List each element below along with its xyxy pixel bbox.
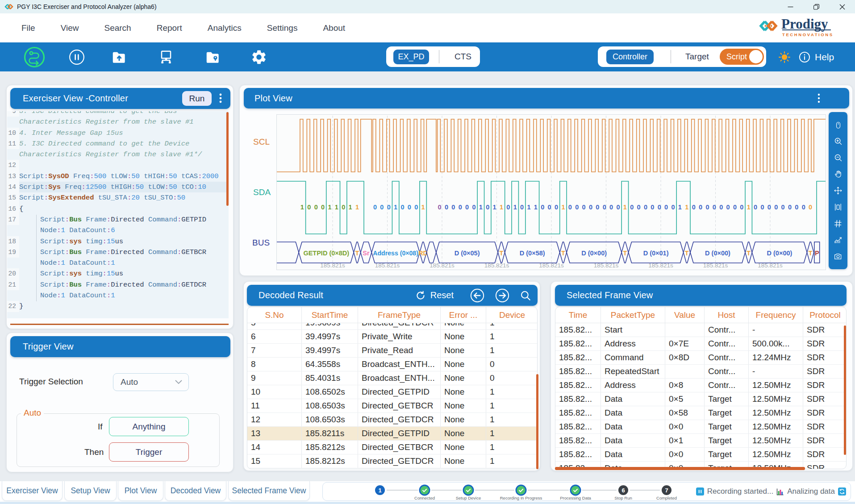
selected-row-18582[interactable]: 185.82...Address0×8Contr...12.50MHzSDR xyxy=(555,379,846,392)
decoded-row-12[interactable]: 12108.6503sDirected_GETDCRNone1 xyxy=(247,413,537,427)
decoded-row-14[interactable]: 14185.8212sDirected_GETBCRNone1 xyxy=(247,441,537,454)
monitor-network-button[interactable] xyxy=(155,46,177,68)
decoded-row-5[interactable]: 519.9609sDirected_GETDCRNone1 xyxy=(247,323,537,330)
zoom-out-tool[interactable] xyxy=(831,151,845,165)
decoded-row-6[interactable]: 639.4997sPrivate_WriteNone1 xyxy=(247,330,537,344)
decoded-row-10[interactable]: 10108.6502sDirected_GETPIDNone1 xyxy=(247,385,537,399)
col-value[interactable]: Value xyxy=(665,307,705,323)
code-line-wrap: Characteristics Register from the slave … xyxy=(7,117,229,127)
tab-plot-view[interactable]: Plot View xyxy=(118,481,163,501)
cell: 0×58 xyxy=(665,406,705,420)
decoded-row-8[interactable]: 864.3558sBroadcast_ENTH...None0 xyxy=(247,358,537,371)
col-error-[interactable]: Error ... xyxy=(441,307,486,323)
tab-selected-frame-view[interactable]: Selected Frame View xyxy=(228,481,310,501)
search-button[interactable] xyxy=(520,290,531,301)
route-button[interactable] xyxy=(24,46,45,68)
cell: 1 xyxy=(486,385,537,399)
decoded-table-scrollbar[interactable] xyxy=(536,374,538,469)
menu-view[interactable]: View xyxy=(61,23,79,33)
chart-tool[interactable] xyxy=(831,233,845,246)
role-target[interactable]: Target xyxy=(685,52,709,62)
grid-tool[interactable] xyxy=(831,217,845,230)
folder-pin-button[interactable] xyxy=(202,46,224,68)
role-controller[interactable]: Controller xyxy=(606,50,654,64)
menu-analytics[interactable]: Analytics xyxy=(208,23,242,33)
anything-button[interactable]: Anything xyxy=(109,417,189,436)
selected-row-18582[interactable]: 185.82...Command0×8DContr...12.24MHzSDR xyxy=(555,351,846,365)
menu-about[interactable]: About xyxy=(323,23,345,33)
cell: 185.82... xyxy=(555,323,601,337)
bottom-bar: Exerciser ViewSetup ViewPlot ViewDecoded… xyxy=(0,481,855,502)
waveform-plot[interactable]: 185.821s185.821s185.821s185.821s185.821s… xyxy=(276,114,826,270)
trigger-selection-dropdown[interactable]: Auto xyxy=(113,373,189,391)
restore-button[interactable] xyxy=(803,0,829,13)
help-button[interactable]: Help xyxy=(798,46,834,68)
menu-report[interactable]: Report xyxy=(157,23,182,33)
svg-text:0: 0 xyxy=(408,204,411,211)
decoded-result-header: Decoded Result Reset xyxy=(247,285,538,306)
svg-text:1: 1 xyxy=(493,204,496,211)
trigger-button[interactable]: Trigger xyxy=(109,442,189,462)
menu-file[interactable]: File xyxy=(21,23,35,33)
col-device[interactable]: Device xyxy=(486,307,538,323)
pause-button[interactable] xyxy=(66,46,88,68)
cell: Target xyxy=(705,420,749,433)
decoded-row-7[interactable]: 739.4997sPrivate_ReadNone1 xyxy=(247,344,537,358)
move-tool[interactable] xyxy=(831,184,845,197)
hand-tool[interactable] xyxy=(831,167,845,181)
selected-row-18582[interactable]: 185.82...Data0×58Target12.50MHzSDR xyxy=(555,406,846,420)
selected-row-18582[interactable]: 185.82...Address0×7EContr...500.00k...SD… xyxy=(555,337,846,351)
selected-row-18582[interactable]: 185.82...Data0×5Target12.50MHzSDR xyxy=(555,392,846,406)
editor-vertical-scrollbar[interactable] xyxy=(226,112,229,206)
selected-table-vscrollbar[interactable] xyxy=(844,325,846,455)
run-button[interactable]: Run xyxy=(182,91,212,106)
selected-row-18582[interactable]: 185.82...RepeatedStartContr...-SDR xyxy=(555,365,846,379)
prev-frame-button[interactable] xyxy=(470,288,485,303)
tab-exerciser-view[interactable]: Exerciser View xyxy=(2,481,63,501)
cell: 12.50MHz xyxy=(749,434,803,447)
camera-tool[interactable] xyxy=(831,250,845,263)
decoded-row-15[interactable]: 15185.8212sDirected_GETDCRNone1 xyxy=(247,454,537,468)
cell: 1 xyxy=(486,330,537,343)
folder-upload-button[interactable] xyxy=(108,46,130,68)
col-time[interactable]: Time xyxy=(555,307,601,323)
mode-ex-pd[interactable]: EX_PD xyxy=(393,50,429,64)
col-protocol[interactable]: Protocol xyxy=(803,307,847,323)
reset-button[interactable]: Reset xyxy=(415,290,454,301)
decoded-row-11[interactable]: 11108.6503sDirected_GETBCRNone1 xyxy=(247,399,537,413)
next-frame-button[interactable] xyxy=(495,288,510,303)
menu-search[interactable]: Search xyxy=(104,23,131,33)
script-editor[interactable]: 93. I3C Directed command to get the BusC… xyxy=(7,111,229,318)
tab-setup-view[interactable]: Setup View xyxy=(64,481,117,501)
col-packettype[interactable]: PacketType xyxy=(601,307,665,323)
selected-row-18582[interactable]: 185.82...Data0×0Target12.50MHzSDR xyxy=(555,448,846,462)
columns-tool[interactable] xyxy=(831,200,845,214)
tab-decoded-view[interactable]: Decoded View xyxy=(165,481,226,501)
kebab-menu-icon[interactable] xyxy=(217,92,224,106)
selected-row-18582[interactable]: 185.82...Data0×1Target12.50MHzSDR xyxy=(555,434,846,448)
selected-row-18582[interactable]: 185.82...StartContr...-SDR xyxy=(555,323,846,337)
col-starttime[interactable]: StartTime xyxy=(302,307,358,323)
col-frequency[interactable]: Frequency xyxy=(749,307,803,323)
zoom-in-tool[interactable] xyxy=(831,135,845,148)
decoded-row-9[interactable]: 985.4031sBroadcast_ENTH...None0 xyxy=(247,371,537,385)
col-host[interactable]: Host xyxy=(705,307,749,323)
cell: None xyxy=(441,427,486,440)
gear-button[interactable] xyxy=(248,46,270,68)
selected-row-18582[interactable]: 185.82...Data0×0Target12.50MHzSDR xyxy=(555,420,846,434)
col-s-no[interactable]: S.No xyxy=(247,307,302,323)
svg-text:0: 0 xyxy=(307,204,311,211)
col-frametype[interactable]: FrameType xyxy=(358,307,441,323)
selected-table-hscrollbar[interactable] xyxy=(555,467,805,470)
minimize-button[interactable] xyxy=(777,0,803,13)
kebab-menu-icon[interactable] xyxy=(815,92,822,106)
close-button[interactable] xyxy=(829,0,855,13)
editor-horizontal-scrollbar[interactable] xyxy=(10,324,229,325)
script-toggle[interactable]: Script xyxy=(720,49,764,65)
menu-settings[interactable]: Settings xyxy=(267,23,298,33)
theme-button[interactable] xyxy=(774,46,795,68)
cell: Data xyxy=(601,434,665,447)
decoded-row-13[interactable]: 13185.8211sDirected_GETPIDNone1 xyxy=(247,427,537,441)
mouse-tool[interactable] xyxy=(831,118,845,132)
mode-cts[interactable]: CTS xyxy=(455,52,471,62)
